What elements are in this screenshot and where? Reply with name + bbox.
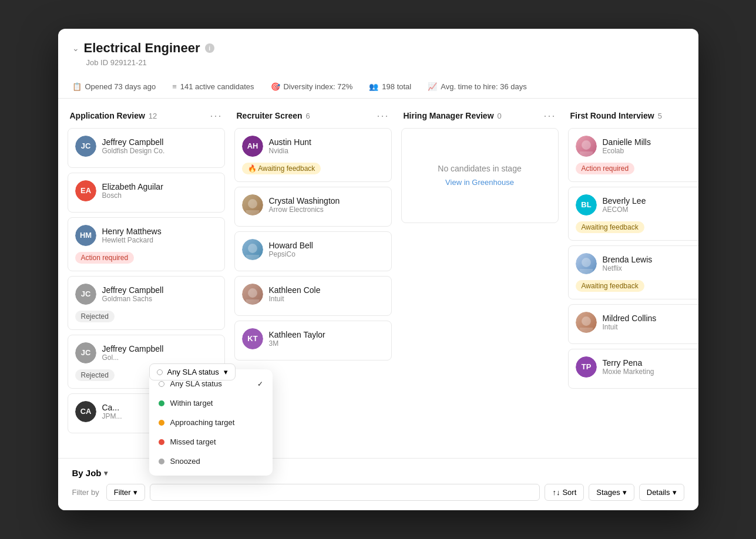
stat-opened: 📋 Opened 73 days ago <box>72 82 156 91</box>
sla-none-dot <box>157 369 163 375</box>
dot-approaching <box>159 420 164 426</box>
sla-chevron-icon: ▾ <box>224 368 228 376</box>
card-top: Danielle Mills Ecolab <box>576 136 698 157</box>
column-more-btn-recruiter-screen[interactable]: ··· <box>377 110 389 121</box>
header: ⌄ Electrical Engineer i Job ID 929121-21… <box>58 29 698 99</box>
candidate-name: Elizabeth Aguilar <box>102 182 163 191</box>
candidate-card[interactable]: Beverly Lee AECOM Awaiting feedback <box>568 187 698 241</box>
candidate-company: Nvidia <box>269 147 311 155</box>
header-top: ⌄ Electrical Engineer i <box>72 41 684 56</box>
candidate-company: Intuit <box>269 295 321 303</box>
stages-button[interactable]: Stages ▾ <box>589 484 634 501</box>
column-more-btn-hiring-manager-review[interactable]: ··· <box>543 110 556 121</box>
card-top: Kathleen Taylor 3M <box>242 328 384 349</box>
candidate-avatar <box>242 328 263 349</box>
candidate-avatar <box>242 284 263 305</box>
sla-dropdown: Any SLA status ✓ Within target Approachi… <box>149 369 273 476</box>
candidate-card[interactable]: Kathleen Taylor 3M <box>234 321 392 361</box>
candidate-badge: Rejected <box>75 311 115 322</box>
card-info: Beverly Lee AECOM <box>603 196 646 214</box>
sla-option-snoozed[interactable]: Snoozed <box>149 452 273 471</box>
candidate-avatar <box>576 356 597 378</box>
candidate-company: 3M <box>269 339 325 348</box>
filter-search-input[interactable] <box>156 488 534 497</box>
by-job-chevron[interactable]: ▾ <box>104 469 107 477</box>
candidate-card[interactable]: Mildred Collins Intuit <box>568 304 698 344</box>
candidate-card[interactable]: Jeffrey Campbell Goldman Sachs Rejected <box>68 276 225 330</box>
candidate-name: Howard Bell <box>269 241 313 250</box>
card-info: Jeffrey Campbell Goldfish Design Co. <box>102 137 165 155</box>
total-icon: 👥 <box>369 82 378 91</box>
diversity-icon: 🎯 <box>271 82 280 91</box>
info-icon[interactable]: i <box>205 43 214 53</box>
candidate-company: PepsiCo <box>269 250 313 258</box>
candidate-name: Crystal Washington <box>269 196 340 206</box>
empty-state: No candidates in stage View in Greenhous… <box>401 128 559 223</box>
candidate-name: Terry Pena <box>603 358 654 368</box>
stats-bar: 📋 Opened 73 days ago ≡ 141 active candid… <box>72 75 684 98</box>
card-info: Danielle Mills Ecolab <box>603 137 651 155</box>
candidate-card[interactable]: Henry Matthews Hewlett Packard Action re… <box>68 217 225 271</box>
card-top: Brenda Lewis Netflix <box>576 253 698 274</box>
filter-button[interactable]: Filter ▾ <box>106 484 145 501</box>
column-more-btn-application-review[interactable]: ··· <box>210 110 222 121</box>
card-info: Henry Matthews Hewlett Packard <box>102 227 162 244</box>
filter-by-label: Filter by <box>72 488 99 497</box>
candidate-name: Ca... <box>102 403 122 412</box>
card-top: Crystal Washington Arrow Electronics <box>242 194 384 215</box>
candidate-badge: Awaiting feedback <box>576 280 644 292</box>
candidate-card[interactable]: Terry Pena Moxie Marketing <box>568 349 698 389</box>
column-title-application-review: Application Review 12 <box>70 111 157 120</box>
card-top: Austin Hunt Nvidia <box>242 136 384 157</box>
sla-option-approaching[interactable]: Approaching target <box>149 413 273 432</box>
details-button[interactable]: Details ▾ <box>639 484 684 501</box>
sla-status-trigger[interactable]: Any SLA status ▾ <box>149 363 236 380</box>
card-info: Mildred Collins Intuit <box>603 314 657 331</box>
candidate-name: Beverly Lee <box>603 196 646 206</box>
filter-row: Filter by Filter ▾ ↑↓ Sort Stages ▾ Deta… <box>72 484 684 501</box>
sla-option-within[interactable]: Within target <box>149 393 273 413</box>
candidate-card[interactable]: Austin Hunt Nvidia 🔥 Awaiting feedback <box>234 128 392 182</box>
candidate-avatar <box>75 401 96 422</box>
view-in-greenhouse-link[interactable]: View in Greenhouse <box>445 178 514 187</box>
sla-trigger-label: Any SLA status <box>167 368 219 376</box>
candidate-card[interactable]: Howard Bell PepsiCo <box>234 231 392 271</box>
candidate-card[interactable]: Kathleen Cole Intuit <box>234 276 392 316</box>
card-info: Jeffrey Campbell Gol... <box>102 344 164 362</box>
sla-option-missed[interactable]: Missed target <box>149 432 273 452</box>
candidate-card[interactable]: Crystal Washington Arrow Electronics <box>234 187 392 227</box>
sort-button[interactable]: ↑↓ Sort <box>545 484 584 501</box>
calendar-icon: 📋 <box>72 82 82 91</box>
candidate-avatar <box>75 136 96 157</box>
sla-option-missed-label: Missed target <box>170 437 216 446</box>
candidate-card[interactable]: Brenda Lewis Netflix Awaiting feedback <box>568 245 698 299</box>
candidate-card[interactable]: Elizabeth Aguilar Bosch <box>68 173 225 213</box>
candidate-badge: 🔥 Awaiting feedback <box>242 163 321 174</box>
sort-btn-label: Sort <box>562 488 576 497</box>
collapse-icon[interactable]: ⌄ <box>72 43 79 53</box>
candidate-name: Henry Matthews <box>102 227 162 236</box>
candidate-card[interactable]: Jeffrey Campbell Goldfish Design Co. <box>68 128 225 168</box>
candidate-card[interactable]: Danielle Mills Ecolab Action required <box>568 128 698 182</box>
stat-opened-text: Opened 73 days ago <box>85 82 156 91</box>
candidate-avatar <box>242 239 263 260</box>
candidate-company: Hewlett Packard <box>102 236 162 244</box>
card-top: Elizabeth Aguilar Bosch <box>75 180 217 201</box>
candidate-avatar <box>242 136 263 157</box>
candidate-name: Brenda Lewis <box>603 255 653 264</box>
candidate-name: Mildred Collins <box>603 314 657 323</box>
card-top: Jeffrey Campbell Gol... <box>75 342 217 363</box>
chart-icon: 📈 <box>428 82 437 91</box>
card-info: Jeffrey Campbell Goldman Sachs <box>102 285 164 303</box>
column-count-application-review: 12 <box>149 112 157 120</box>
candidate-badge: Action required <box>576 163 635 174</box>
column-header-recruiter-screen: Recruiter Screen 6 ··· <box>234 110 392 121</box>
candidate-company: Arrow Electronics <box>269 206 340 214</box>
stat-candidates-text: 141 active candidates <box>180 82 254 91</box>
stages-chevron-icon: ▾ <box>623 488 627 497</box>
stat-diversity-text: Diversity index: 72% <box>284 82 353 91</box>
card-top: Jeffrey Campbell Goldman Sachs <box>75 284 217 305</box>
job-id: Job ID 929121-21 <box>86 58 684 67</box>
card-info: Brenda Lewis Netflix <box>603 255 653 272</box>
candidate-company: Intuit <box>603 323 657 331</box>
